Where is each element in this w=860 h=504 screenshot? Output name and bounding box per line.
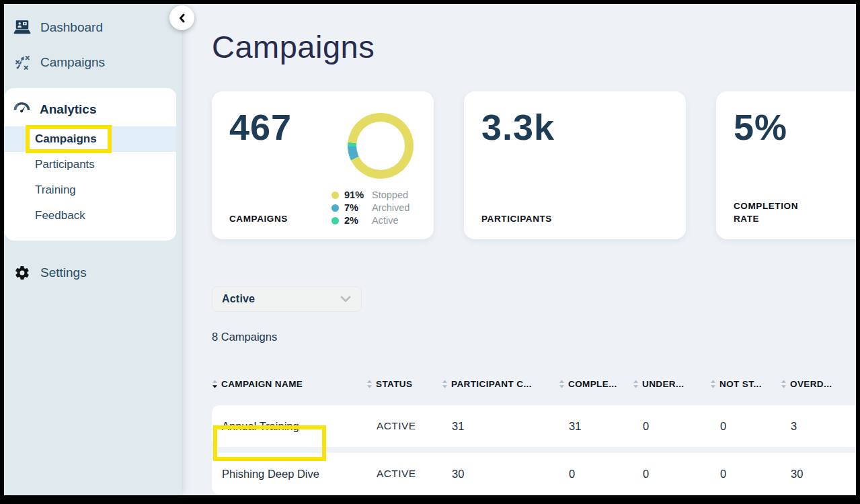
stat-cards: 467 91% Stopped 7% Archived	[212, 91, 856, 239]
sidebar-subitem-participants[interactable]: Participants	[5, 152, 176, 177]
chevron-down-icon	[340, 295, 352, 303]
stat-label: PARTICIPANTS	[481, 213, 552, 226]
table-row-annual-training[interactable]: Annual Training ACTIVE 31 31 0 0 3	[212, 405, 856, 447]
legend-item-active: 2% Active	[331, 214, 409, 227]
stat-label: COMPLETION RATE	[734, 200, 824, 226]
cell-overdue: 30	[781, 468, 856, 480]
column-header-status[interactable]: STATUS	[366, 379, 442, 389]
cell-status: ACTIVE	[366, 468, 442, 480]
gear-icon	[13, 264, 32, 282]
sidebar-subitem-feedback[interactable]: Feedback	[5, 203, 176, 228]
sort-icon	[559, 380, 565, 388]
sidebar-item-label: Settings	[40, 265, 87, 280]
stat-card-participants: 3.3k PARTICIPANTS	[464, 91, 686, 239]
cell-not-started: 0	[710, 420, 781, 433]
sidebar-item-label: Dashboard	[40, 20, 103, 35]
sidebar: Dashboard Campaigns	[4, 4, 182, 495]
analytics-group-label: Analytics	[40, 102, 96, 117]
strategy-icon	[13, 54, 32, 71]
sort-icon	[710, 380, 716, 388]
status-filter-dropdown[interactable]: Active	[212, 286, 362, 312]
campaigns-table: CAMPAIGN NAME STATUS PARTICIPANT C...	[212, 376, 856, 495]
sidebar-subitem-training[interactable]: Training	[5, 177, 176, 203]
donut-legend: 91% Stopped 7% Archived 2% Active	[331, 189, 409, 227]
campaign-count-text: 8 Campaigns	[212, 331, 856, 343]
column-header-campaign-name[interactable]: CAMPAIGN NAME	[212, 379, 366, 389]
stat-label: CAMPAIGNS	[229, 213, 288, 226]
stat-card-campaigns: 467 91% Stopped 7% Archived	[212, 91, 434, 239]
gauge-icon	[13, 100, 31, 118]
stat-value: 5%	[734, 106, 787, 148]
sidebar-item-settings[interactable]: Settings	[4, 255, 182, 290]
cell-overdue: 3	[781, 420, 856, 433]
stat-card-completion-rate: 5% COMPLETION RATE	[716, 91, 856, 239]
cell-participant-count: 31	[442, 420, 559, 433]
stat-value: 3.3k	[481, 106, 555, 148]
sort-icon	[633, 380, 639, 388]
status-filter-value: Active	[222, 293, 255, 305]
sidebar-item-label: Campaigns	[40, 55, 105, 70]
legend-item-stopped: 91% Stopped	[331, 189, 409, 202]
column-header-not-started[interactable]: NOT ST...	[710, 379, 781, 389]
cell-campaign-name: Annual Training	[212, 420, 366, 433]
legend-item-archived: 7% Archived	[331, 202, 409, 214]
column-header-overdue[interactable]: OVERD...	[781, 379, 856, 389]
campaign-status-donut-chart	[348, 113, 414, 179]
sort-icon	[442, 380, 448, 388]
page-title: Campaigns	[212, 30, 856, 65]
sort-icon	[366, 380, 373, 388]
sidebar-item-dashboard[interactable]: Dashboard	[4, 10, 182, 45]
sidebar-collapse-button[interactable]	[169, 5, 194, 30]
main-content: Campaigns 467 91% Stopped 7% Archived	[182, 4, 856, 495]
app-frame: Dashboard Campaigns	[0, 0, 860, 504]
sort-icon	[781, 380, 787, 388]
analytics-nav-group: Analytics Campaigns Participants Trainin…	[5, 88, 176, 241]
column-header-participant-count[interactable]: PARTICIPANT C...	[442, 379, 559, 389]
column-header-underway[interactable]: UNDER...	[633, 379, 710, 389]
chevron-left-icon	[178, 13, 187, 23]
cell-participant-count: 30	[442, 468, 559, 480]
cell-completed: 0	[559, 468, 633, 480]
dashboard-icon	[13, 19, 32, 36]
annotation-box	[213, 425, 326, 461]
cell-completed: 31	[559, 420, 633, 433]
cell-underway: 0	[633, 468, 710, 480]
cell-campaign-name: Phishing Deep Dive	[212, 468, 366, 480]
cell-not-started: 0	[710, 468, 781, 480]
sidebar-item-analytics[interactable]: Analytics	[5, 96, 176, 126]
table-header-row: CAMPAIGN NAME STATUS PARTICIPANT C...	[212, 376, 856, 392]
legend-dot-stopped	[331, 192, 339, 199]
column-header-completed[interactable]: COMPLE...	[559, 379, 633, 389]
cell-underway: 0	[633, 420, 710, 433]
sidebar-subitem-campaigns[interactable]: Campaigns	[5, 126, 176, 152]
sidebar-item-campaigns[interactable]: Campaigns	[4, 45, 182, 80]
sort-icon	[212, 380, 218, 388]
legend-dot-active	[331, 217, 339, 224]
stat-value: 467	[229, 106, 292, 148]
cell-status: ACTIVE	[366, 420, 442, 432]
legend-dot-archived	[331, 204, 339, 212]
